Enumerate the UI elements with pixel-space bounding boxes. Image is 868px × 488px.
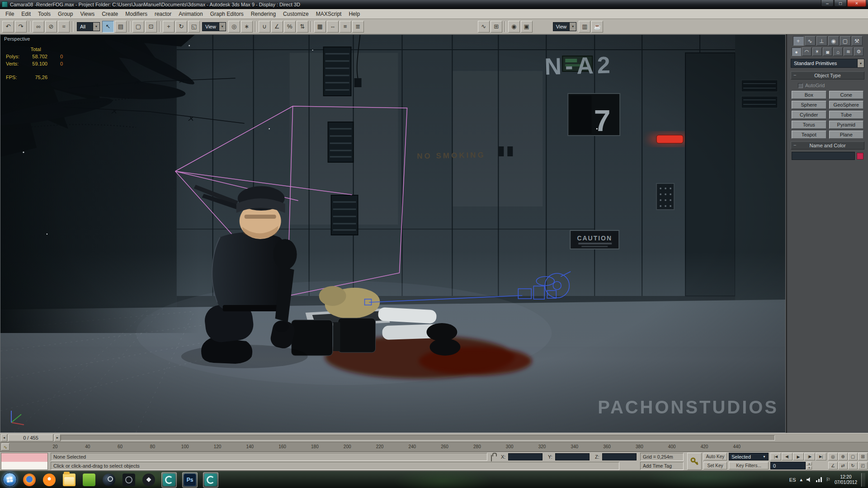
arc-rotate-icon[interactable]: ↻ xyxy=(848,462,858,469)
mirror-icon[interactable]: ⇔ xyxy=(327,21,339,33)
create-cone-button[interactable]: Cone xyxy=(829,91,864,99)
next-frame-button-icon[interactable]: |▶ xyxy=(804,453,815,460)
select-and-link-icon[interactable]: ∞ xyxy=(33,21,44,33)
angle-snap-icon[interactable]: ∠ xyxy=(271,21,283,33)
select-and-rotate-icon[interactable]: ↻ xyxy=(175,21,187,33)
layer-manager-icon[interactable]: ≣ xyxy=(352,21,364,33)
tab-create-icon[interactable]: + xyxy=(793,36,804,46)
auto-key-button[interactable]: Auto Key xyxy=(703,453,727,460)
frame-spin-up-icon[interactable]: ▲ xyxy=(807,462,812,465)
category-lights-icon[interactable]: ☀ xyxy=(812,47,822,56)
object-color-swatch[interactable] xyxy=(857,153,863,160)
transform-lock-icon[interactable] xyxy=(491,455,492,461)
play-icon[interactable]: ▶ xyxy=(793,453,804,460)
menu-views[interactable]: Views xyxy=(76,10,98,18)
menu-graph-editors[interactable]: Graph Editors xyxy=(207,10,247,18)
name-color-rollout[interactable]: − Name and Color xyxy=(791,141,864,150)
go-to-start-icon[interactable]: |◀ xyxy=(770,453,781,460)
autogrid-checkbox[interactable]: AutoGrid xyxy=(798,83,863,88)
select-and-scale-icon[interactable]: ◱ xyxy=(188,21,200,33)
category-spacewarps-icon[interactable]: ≋ xyxy=(844,47,853,56)
primitive-category-dropdown[interactable]: Standard Primitives ▼ xyxy=(791,59,864,68)
maxscript-mini-listener[interactable] xyxy=(1,453,48,470)
undo-icon[interactable]: ↶ xyxy=(2,21,14,33)
snaps-toggle-icon[interactable]: ∪ xyxy=(259,21,270,33)
media-player-icon[interactable] xyxy=(43,474,56,486)
reference-coordinate-dropdown[interactable]: View ▼ xyxy=(202,22,226,31)
minimize-icon[interactable]: – xyxy=(821,0,834,7)
clock[interactable]: 12:20 07/01/2012 xyxy=(835,474,857,485)
tab-motion-icon[interactable]: ◉ xyxy=(828,36,839,46)
create-torus-button[interactable]: Torus xyxy=(792,121,826,129)
photoshop-icon[interactable]: Ps xyxy=(184,474,196,486)
viewport-scene[interactable]: N-A2 7 NO SMOKING CAUTION xyxy=(0,35,785,432)
select-by-name-icon[interactable]: ▤ xyxy=(115,21,127,33)
menu-tools[interactable]: Tools xyxy=(34,10,54,18)
volume-icon[interactable] xyxy=(807,477,812,483)
create-cylinder-button[interactable]: Cylinder xyxy=(792,111,826,119)
render-last-icon[interactable]: ▥ xyxy=(579,21,590,33)
current-frame-field[interactable]: 0 xyxy=(770,462,806,469)
firefox-icon[interactable] xyxy=(23,474,36,486)
selection-region-icon[interactable]: ▢ xyxy=(132,21,144,33)
next-frame-icon[interactable]: ► xyxy=(54,434,61,441)
set-key-button[interactable]: Set Key xyxy=(703,462,727,469)
maximize-icon[interactable]: □ xyxy=(834,0,847,7)
network-icon[interactable] xyxy=(816,477,822,482)
curve-editor-icon[interactable]: ∿ xyxy=(478,21,490,33)
add-time-tag[interactable]: Add Time Tag xyxy=(640,462,684,470)
time-slider-track[interactable] xyxy=(61,435,775,441)
action-center-icon[interactable]: ⚐ xyxy=(826,477,830,483)
zoom-icon[interactable]: ◎ xyxy=(828,453,838,460)
spinner-snap-icon[interactable]: ⇅ xyxy=(297,21,308,33)
redo-icon[interactable]: ↷ xyxy=(15,21,27,33)
previous-frame-button-icon[interactable]: ◀| xyxy=(782,453,793,460)
window-crossing-icon[interactable]: ⊡ xyxy=(145,21,157,33)
set-keys-button[interactable] xyxy=(687,453,702,470)
menu-maxscript[interactable]: MAXScript xyxy=(312,10,345,18)
dark-app-icon[interactable] xyxy=(123,474,135,486)
maximize-viewport-icon[interactable]: ◰ xyxy=(858,462,868,469)
align-icon[interactable]: ≡ xyxy=(340,21,351,33)
3dsmax-secondary-icon[interactable] xyxy=(204,474,217,486)
tab-modify-icon[interactable]: ∿ xyxy=(805,36,816,46)
quick-render-icon[interactable]: ☕ xyxy=(591,21,603,33)
frame-spin-down-icon[interactable]: ▼ xyxy=(807,466,812,469)
category-cameras-icon[interactable]: ◙ xyxy=(823,47,832,56)
3dsmax-taskbar-icon[interactable] xyxy=(163,474,175,486)
language-indicator[interactable]: ES xyxy=(789,477,796,483)
use-pivot-center-icon[interactable]: ◎ xyxy=(228,21,240,33)
menu-create[interactable]: Create xyxy=(98,10,122,18)
create-tube-button[interactable]: Tube xyxy=(829,111,864,119)
menu-file[interactable]: File xyxy=(2,10,18,18)
category-shapes-icon[interactable]: ◠ xyxy=(802,47,811,56)
selection-filter-dropdown[interactable]: All ▼ xyxy=(77,22,100,31)
render-setup-icon[interactable]: ▣ xyxy=(521,21,533,33)
select-object-icon[interactable]: ↖ xyxy=(102,21,114,33)
key-filters-button[interactable]: Key Filters... xyxy=(729,462,769,469)
unlink-selection-icon[interactable]: ⊘ xyxy=(45,21,57,33)
start-button[interactable] xyxy=(3,473,17,487)
tab-hierarchy-icon[interactable]: ⊥ xyxy=(816,36,827,46)
track-bar[interactable]: ∿ 20406080100120140160180200220240260280… xyxy=(0,442,868,452)
green-app-icon[interactable] xyxy=(83,474,95,486)
y-coordinate-field[interactable] xyxy=(555,453,590,460)
menu-reactor[interactable]: reactor xyxy=(151,10,175,18)
category-systems-icon[interactable]: ⚙ xyxy=(854,47,863,56)
time-slider-handle[interactable]: 0 / 455 xyxy=(8,434,53,441)
create-plane-button[interactable]: Plane xyxy=(829,131,864,139)
create-teapot-button[interactable]: Teapot xyxy=(792,131,826,139)
menu-group[interactable]: Group xyxy=(54,10,76,18)
menu-modifiers[interactable]: Modifiers xyxy=(122,10,151,18)
menu-edit[interactable]: Edit xyxy=(18,10,34,18)
previous-frame-icon[interactable]: ◄ xyxy=(1,434,7,441)
show-desktop-button[interactable] xyxy=(861,473,865,487)
create-geosphere-button[interactable]: GeoSphere xyxy=(829,101,864,109)
zoom-extents-icon[interactable]: ▢ xyxy=(848,453,858,460)
zoom-all-icon[interactable]: ⊕ xyxy=(838,453,848,460)
menu-animation[interactable]: Animation xyxy=(175,10,206,18)
viewport-label[interactable]: Perspective xyxy=(4,36,30,42)
close-icon[interactable]: × xyxy=(847,0,866,7)
named-selection-sets-icon[interactable]: ▦ xyxy=(314,21,326,33)
zoom-extents-all-icon[interactable]: ⊞ xyxy=(858,453,868,460)
